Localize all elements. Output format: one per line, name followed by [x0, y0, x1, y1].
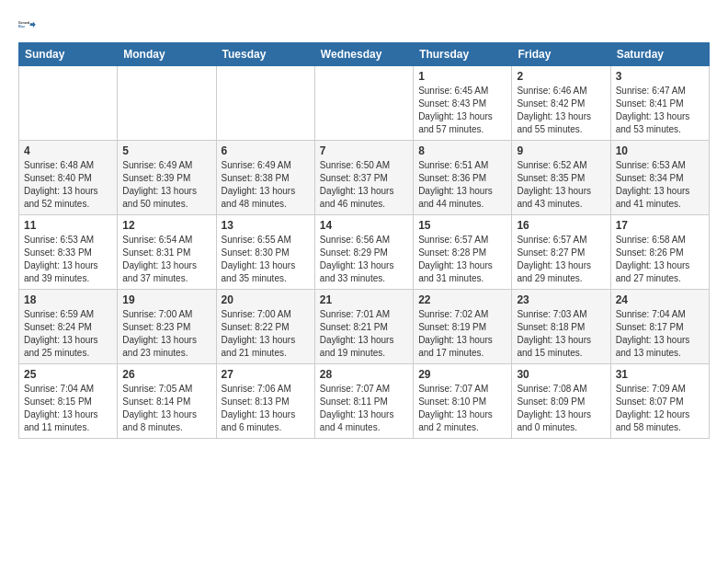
day-detail: Sunrise: 7:08 AM Sunset: 8:09 PM Dayligh…: [517, 383, 605, 434]
weekday-friday: Friday: [512, 43, 610, 66]
day-detail: Sunrise: 6:47 AM Sunset: 8:41 PM Dayligh…: [616, 85, 704, 136]
day-detail: Sunrise: 6:58 AM Sunset: 8:26 PM Dayligh…: [616, 234, 704, 285]
day-number: 12: [122, 219, 210, 232]
day-number: 7: [320, 144, 408, 157]
day-number: 1: [418, 70, 506, 83]
day-detail: Sunrise: 6:46 AM Sunset: 8:42 PM Dayligh…: [517, 85, 605, 136]
calendar-cell: 6Sunrise: 6:49 AM Sunset: 8:38 PM Daylig…: [216, 141, 314, 215]
calendar-cell: 31Sunrise: 7:09 AM Sunset: 8:07 PM Dayli…: [610, 364, 709, 439]
calendar-cell: 19Sunrise: 7:00 AM Sunset: 8:23 PM Dayli…: [118, 290, 216, 364]
calendar-cell: [216, 66, 314, 141]
day-detail: Sunrise: 6:53 AM Sunset: 8:34 PM Dayligh…: [616, 159, 704, 211]
day-number: 6: [222, 144, 310, 157]
day-detail: Sunrise: 6:56 AM Sunset: 8:29 PM Dayligh…: [320, 234, 408, 285]
calendar-cell: 22Sunrise: 7:02 AM Sunset: 8:19 PM Dayli…: [414, 290, 512, 364]
day-number: 31: [616, 368, 704, 381]
calendar-cell: 25Sunrise: 7:04 AM Sunset: 8:15 PM Dayli…: [19, 364, 118, 439]
calendar-cell: 7Sunrise: 6:50 AM Sunset: 8:37 PM Daylig…: [314, 141, 413, 215]
day-number: 13: [222, 219, 310, 232]
calendar-cell: 28Sunrise: 7:07 AM Sunset: 8:11 PM Dayli…: [314, 364, 413, 439]
logo: GeneralBlue: [18, 15, 39, 35]
day-detail: Sunrise: 6:50 AM Sunset: 8:37 PM Dayligh…: [320, 159, 408, 211]
calendar-cell: 20Sunrise: 7:00 AM Sunset: 8:22 PM Dayli…: [216, 290, 314, 364]
day-detail: Sunrise: 7:00 AM Sunset: 8:22 PM Dayligh…: [222, 308, 310, 360]
day-detail: Sunrise: 6:59 AM Sunset: 8:24 PM Dayligh…: [24, 308, 112, 360]
calendar-cell: [314, 66, 413, 141]
svg-marker-2: [30, 21, 36, 28]
calendar-cell: [118, 66, 216, 141]
day-number: 21: [320, 293, 408, 306]
day-number: 20: [222, 293, 310, 306]
day-number: 26: [122, 368, 210, 381]
calendar-cell: 13Sunrise: 6:55 AM Sunset: 8:30 PM Dayli…: [216, 215, 314, 290]
weekday-row: SundayMondayTuesdayWednesdayThursdayFrid…: [19, 43, 710, 66]
day-detail: Sunrise: 7:00 AM Sunset: 8:23 PM Dayligh…: [122, 308, 210, 360]
day-number: 18: [24, 293, 112, 306]
day-number: 22: [418, 293, 506, 306]
day-detail: Sunrise: 6:55 AM Sunset: 8:30 PM Dayligh…: [222, 234, 310, 285]
calendar-table: SundayMondayTuesdayWednesdayThursdayFrid…: [18, 42, 710, 439]
calendar-cell: 16Sunrise: 6:57 AM Sunset: 8:27 PM Dayli…: [512, 215, 610, 290]
calendar-cell: 10Sunrise: 6:53 AM Sunset: 8:34 PM Dayli…: [610, 141, 709, 215]
calendar-cell: 8Sunrise: 6:51 AM Sunset: 8:36 PM Daylig…: [414, 141, 512, 215]
day-detail: Sunrise: 7:04 AM Sunset: 8:17 PM Dayligh…: [616, 308, 704, 360]
weekday-wednesday: Wednesday: [314, 43, 413, 66]
calendar-cell: 21Sunrise: 7:01 AM Sunset: 8:21 PM Dayli…: [314, 290, 413, 364]
calendar-cell: 3Sunrise: 6:47 AM Sunset: 8:41 PM Daylig…: [610, 66, 709, 141]
day-number: 28: [320, 368, 408, 381]
day-number: 25: [24, 368, 112, 381]
calendar-cell: 30Sunrise: 7:08 AM Sunset: 8:09 PM Dayli…: [512, 364, 610, 439]
day-number: 11: [24, 219, 112, 232]
svg-text:Blue: Blue: [18, 25, 25, 29]
day-detail: Sunrise: 6:51 AM Sunset: 8:36 PM Dayligh…: [418, 159, 506, 211]
weekday-saturday: Saturday: [610, 43, 709, 66]
day-detail: Sunrise: 7:06 AM Sunset: 8:13 PM Dayligh…: [222, 383, 310, 434]
weekday-sunday: Sunday: [19, 43, 118, 66]
day-number: 3: [616, 70, 704, 83]
day-number: 29: [418, 368, 506, 381]
calendar-cell: 1Sunrise: 6:45 AM Sunset: 8:43 PM Daylig…: [414, 66, 512, 141]
day-detail: Sunrise: 6:48 AM Sunset: 8:40 PM Dayligh…: [24, 159, 112, 211]
day-number: 15: [418, 219, 506, 232]
day-detail: Sunrise: 6:53 AM Sunset: 8:33 PM Dayligh…: [24, 234, 112, 285]
day-number: 4: [24, 144, 112, 157]
weekday-monday: Monday: [118, 43, 216, 66]
day-number: 16: [517, 219, 605, 232]
day-detail: Sunrise: 6:49 AM Sunset: 8:39 PM Dayligh…: [122, 159, 210, 211]
calendar-cell: 2Sunrise: 6:46 AM Sunset: 8:42 PM Daylig…: [512, 66, 610, 141]
calendar-week-row: 11Sunrise: 6:53 AM Sunset: 8:33 PM Dayli…: [19, 215, 710, 290]
day-detail: Sunrise: 6:52 AM Sunset: 8:35 PM Dayligh…: [517, 159, 605, 211]
day-number: 23: [517, 293, 605, 306]
day-number: 2: [517, 70, 605, 83]
calendar-cell: 9Sunrise: 6:52 AM Sunset: 8:35 PM Daylig…: [512, 141, 610, 215]
day-number: 5: [122, 144, 210, 157]
weekday-thursday: Thursday: [414, 43, 512, 66]
day-number: 9: [517, 144, 605, 157]
calendar-cell: 18Sunrise: 6:59 AM Sunset: 8:24 PM Dayli…: [19, 290, 118, 364]
day-detail: Sunrise: 7:05 AM Sunset: 8:14 PM Dayligh…: [122, 383, 210, 434]
calendar-cell: 23Sunrise: 7:03 AM Sunset: 8:18 PM Dayli…: [512, 290, 610, 364]
day-number: 14: [320, 219, 408, 232]
day-number: 17: [616, 219, 704, 232]
calendar-cell: 11Sunrise: 6:53 AM Sunset: 8:33 PM Dayli…: [19, 215, 118, 290]
calendar-cell: 5Sunrise: 6:49 AM Sunset: 8:39 PM Daylig…: [118, 141, 216, 215]
logo-icon: GeneralBlue: [18, 15, 39, 35]
day-detail: Sunrise: 6:54 AM Sunset: 8:31 PM Dayligh…: [122, 234, 210, 285]
calendar-cell: 12Sunrise: 6:54 AM Sunset: 8:31 PM Dayli…: [118, 215, 216, 290]
calendar-week-row: 25Sunrise: 7:04 AM Sunset: 8:15 PM Dayli…: [19, 364, 710, 439]
day-detail: Sunrise: 7:01 AM Sunset: 8:21 PM Dayligh…: [320, 308, 408, 360]
day-number: 27: [222, 368, 310, 381]
calendar-header: SundayMondayTuesdayWednesdayThursdayFrid…: [19, 43, 710, 66]
day-number: 19: [122, 293, 210, 306]
day-number: 30: [517, 368, 605, 381]
day-detail: Sunrise: 7:07 AM Sunset: 8:11 PM Dayligh…: [320, 383, 408, 434]
calendar-week-row: 4Sunrise: 6:48 AM Sunset: 8:40 PM Daylig…: [19, 141, 710, 215]
day-detail: Sunrise: 6:57 AM Sunset: 8:27 PM Dayligh…: [517, 234, 605, 285]
calendar-cell: [19, 66, 118, 141]
calendar-cell: 29Sunrise: 7:07 AM Sunset: 8:10 PM Dayli…: [414, 364, 512, 439]
weekday-tuesday: Tuesday: [216, 43, 314, 66]
calendar-cell: 27Sunrise: 7:06 AM Sunset: 8:13 PM Dayli…: [216, 364, 314, 439]
day-detail: Sunrise: 6:45 AM Sunset: 8:43 PM Dayligh…: [418, 85, 506, 136]
day-number: 8: [418, 144, 506, 157]
calendar-week-row: 18Sunrise: 6:59 AM Sunset: 8:24 PM Dayli…: [19, 290, 710, 364]
